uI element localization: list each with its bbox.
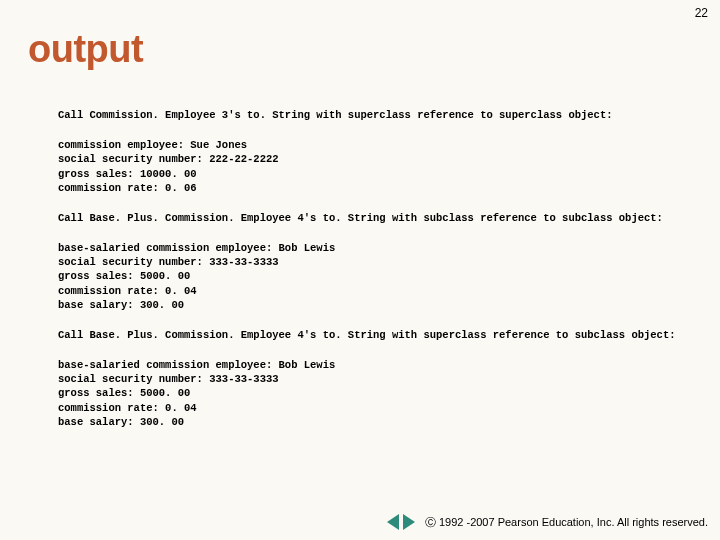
copyright-label: 1992 -2007 Pearson Education, Inc. All r… bbox=[439, 516, 708, 528]
slide-title: output bbox=[28, 28, 143, 71]
copyright-text: Ⓒ 1992 -2007 Pearson Education, Inc. All… bbox=[425, 515, 708, 530]
output-block: commission employee: Sue Jones social se… bbox=[58, 138, 680, 195]
output-block: Call Base. Plus. Commission. Employee 4'… bbox=[58, 211, 680, 225]
arrow-right-icon[interactable] bbox=[403, 514, 415, 530]
footer: Ⓒ 1992 -2007 Pearson Education, Inc. All… bbox=[387, 514, 708, 530]
page-number: 22 bbox=[695, 6, 708, 20]
nav-arrows bbox=[387, 514, 415, 530]
copyright-icon: Ⓒ bbox=[425, 516, 436, 528]
output-block: base-salaried commission employee: Bob L… bbox=[58, 241, 680, 312]
arrow-left-icon[interactable] bbox=[387, 514, 399, 530]
output-block: base-salaried commission employee: Bob L… bbox=[58, 358, 680, 429]
output-block: Call Base. Plus. Commission. Employee 4'… bbox=[58, 328, 680, 342]
output-block: Call Commission. Employee 3's to. String… bbox=[58, 108, 680, 122]
output-content: Call Commission. Employee 3's to. String… bbox=[58, 108, 680, 445]
